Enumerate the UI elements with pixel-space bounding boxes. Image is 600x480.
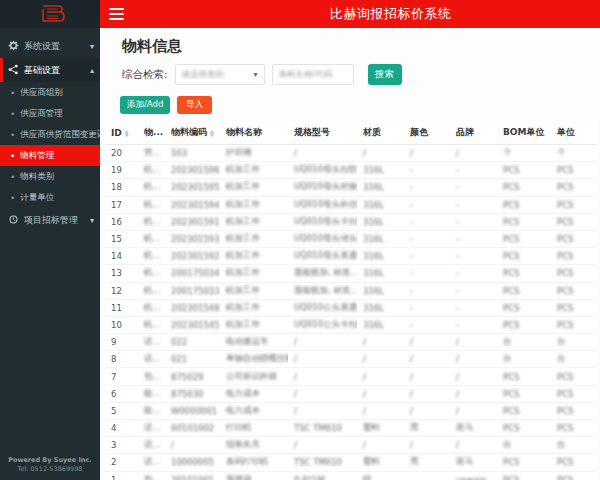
app-window: 系统设置▾基础设置▴•供应商组别•供应商管理•供应商供货范围变更记录•物料管理•… (0, 0, 600, 480)
cell: / (288, 334, 357, 351)
sidebar-subitem-label: 物料类别 (20, 171, 54, 183)
cell: 设... (138, 420, 165, 437)
table-row[interactable]: 3设.../组装夹具////台台 (105, 437, 597, 454)
cell: PCS (497, 196, 551, 213)
cell: PCS (497, 299, 551, 316)
column-header: BOM单位 (497, 121, 551, 145)
cell: 斑马 (450, 454, 497, 471)
keyword-input[interactable]: 物料名称/代码 (272, 64, 354, 85)
table-row[interactable]: 20劳...503护目镜////个个 (105, 145, 597, 162)
cell: 875029 (165, 368, 220, 385)
sidebar-subitem-label: 供应商组别 (20, 87, 63, 99)
table-row[interactable]: 12机...200175033机加工件面板铣加, 材质...316L--PCSP… (105, 282, 597, 299)
sidebar-item-2[interactable]: 项目招标管理▾ (0, 208, 100, 232)
chevron-down-icon: ▾ (254, 70, 258, 79)
table-row[interactable]: 8设...021单轴自动锁螺丝机////台台 (105, 351, 597, 368)
sort-icon[interactable]: ▲▼ (210, 129, 214, 137)
search-label: 综合检索: (122, 68, 168, 82)
bullet-icon: • (10, 88, 15, 98)
cell: 021 (165, 351, 220, 368)
column-header: 规格型号 (288, 121, 357, 145)
table-row[interactable]: 7包...875029公司标识外箱////PCSPCS (105, 368, 597, 385)
cell: PCS (551, 213, 597, 230)
cell-id: 3 (105, 437, 138, 454)
table-row[interactable]: 18机...202301595机加工件UQ010母头对接组...316L--PC… (105, 179, 597, 196)
cell: / (450, 145, 497, 162)
cell: 锌 (357, 471, 404, 480)
cell: / (450, 385, 497, 402)
import-button[interactable]: 导入 (177, 96, 212, 114)
column-header: 颜色 (404, 121, 450, 145)
cell: 503 (165, 145, 220, 162)
sidebar-subitem[interactable]: •计量单位 (0, 187, 100, 208)
sidebar-item-1[interactable]: 基础设置▴ (0, 58, 100, 82)
cell: 机... (138, 282, 165, 299)
table-row[interactable]: 19机...202301596机加工件UQ010母头扣管组...316L--PC… (105, 162, 597, 179)
sidebar-subitem[interactable]: •物料类别 (0, 166, 100, 187)
cell: 202301545 (165, 316, 220, 333)
cell: TSC TM610 (288, 420, 357, 437)
cell: / (404, 385, 450, 402)
cell: / (357, 437, 404, 454)
table-row[interactable]: 4设...60101002打印机TSC TM610塑料黑斑马PCSPCS (105, 420, 597, 437)
table-row[interactable]: 13机...200175034机加工件面板铣加, 材质...316L--PCSP… (105, 265, 597, 282)
cell: 台 (497, 437, 551, 454)
cell: PCS (551, 248, 597, 265)
sidebar-subitem[interactable]: •供应商管理 (0, 103, 100, 124)
column-header[interactable]: 物料编码▲▼ (165, 121, 220, 145)
cell: PCS (497, 385, 551, 402)
table-row[interactable]: 10机...202301545机加工件UQ010公头卡扣组...316L--PC… (105, 316, 597, 333)
cell: 202301594 (165, 196, 220, 213)
search-bar: 综合检索: 请选择类别 ▾ 物料名称/代码 搜索 (122, 64, 600, 85)
cell: 个 (551, 145, 597, 162)
cell: 316L (357, 299, 404, 316)
table-row[interactable]: 5能...W0000001电力成本////PCSPCS (105, 402, 597, 419)
table-row[interactable]: 1包...30101001面膜袋0.8*1M锌unwainPCSPCS (105, 471, 597, 480)
cell: 202301591 (165, 213, 220, 230)
table-row[interactable]: 9设...022电动搬运车////台台 (105, 334, 597, 351)
cell: 电力成本 (220, 385, 288, 402)
sidebar-subitem[interactable]: •供应商组别 (0, 82, 100, 103)
search-button[interactable]: 搜索 (368, 64, 402, 85)
hamburger-menu-icon[interactable] (109, 8, 124, 20)
cell: 机... (138, 196, 165, 213)
table-row[interactable]: 6能...875030电力成本////PCSPCS (105, 385, 597, 402)
cell: 公司标识外箱 (220, 368, 288, 385)
cell: PCS (497, 162, 551, 179)
cell: PCS (551, 368, 597, 385)
add-button[interactable]: 添加/Add (120, 96, 170, 114)
cell: 机加工件 (220, 213, 288, 230)
table-row[interactable]: 16机...202301591机加工件UQ010母头卡扣组...316L--PC… (105, 213, 597, 230)
table-row[interactable]: 17机...202301594机加工件UQ010母头外丝组...316L--PC… (105, 196, 597, 213)
category-select[interactable]: 请选择类别 ▾ (175, 64, 265, 85)
table-row[interactable]: 14机...202301592机加工件UQ010母头直通组...316L--PC… (105, 248, 597, 265)
column-header[interactable]: ID▲▼ (105, 121, 138, 145)
cell-id: 7 (105, 368, 138, 385)
sort-icon[interactable]: ▲▼ (125, 129, 129, 137)
cell: PCS (551, 454, 597, 471)
cell: PCS (497, 179, 551, 196)
cell: 316L (357, 248, 404, 265)
sidebar-subitem[interactable]: •物料管理 (0, 145, 100, 166)
sidebar: 系统设置▾基础设置▴•供应商组别•供应商管理•供应商供货范围变更记录•物料管理•… (0, 0, 100, 480)
cell: - (404, 162, 450, 179)
cell: - (450, 299, 497, 316)
cell: 条码打印机 (220, 454, 288, 471)
cell: PCS (551, 316, 597, 333)
chevron-up-icon: ▴ (90, 66, 94, 75)
table-row[interactable]: 2设...10000005条码打印机TSC TM610塑料黑斑马PCSPCS (105, 454, 597, 471)
table-row[interactable]: 15机...202301593机加工件UQ010母头堵头组...316L--PC… (105, 230, 597, 247)
keyword-input-placeholder: 物料名称/代码 (279, 69, 333, 81)
cell-id: 10 (105, 316, 138, 333)
cell: - (450, 248, 497, 265)
sidebar-item-0[interactable]: 系统设置▾ (0, 34, 100, 58)
table-row[interactable]: 11机...202301548机加工件UQ010公头直通组...316L--PC… (105, 299, 597, 316)
brand-logo[interactable] (0, 0, 100, 28)
cell-id: 12 (105, 282, 138, 299)
cell-id: 5 (105, 402, 138, 419)
cell: 316L (357, 316, 404, 333)
cell: UQ010母头扣管组... (288, 162, 357, 179)
cell: / (404, 402, 450, 419)
cell: - (450, 162, 497, 179)
sidebar-subitem[interactable]: •供应商供货范围变更记录 (0, 124, 100, 145)
